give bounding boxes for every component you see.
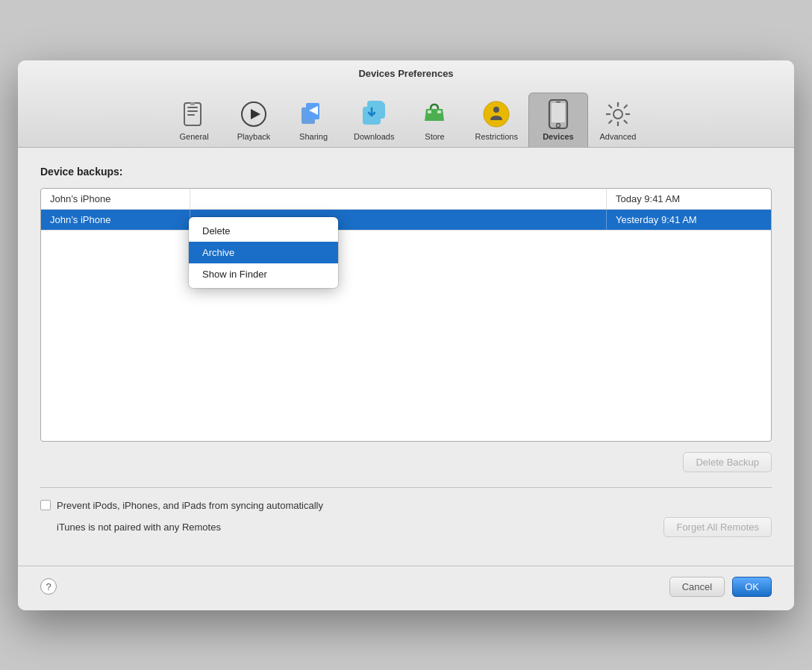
delete-backup-button[interactable]: Delete Backup — [683, 452, 772, 472]
svg-point-13 — [493, 107, 499, 113]
tab-general[interactable]: General — [164, 93, 224, 147]
table-row[interactable]: John’s iPhone Today 9:41 AM — [41, 189, 771, 210]
svg-rect-2 — [187, 110, 198, 112]
device-name-cell: John’s iPhone — [41, 189, 190, 209]
svg-rect-1 — [187, 107, 198, 108]
tab-playback[interactable]: Playback — [224, 93, 284, 147]
svg-point-12 — [484, 101, 509, 127]
tab-downloads-label: Downloads — [354, 132, 394, 141]
prevent-sync-row: Prevent iPods, iPhones, and iPads from s… — [40, 500, 772, 511]
backup-table: John’s iPhone Today 9:41 AM John’s iPhon… — [40, 188, 772, 442]
remotes-label: iTunes is not paired with any Remotes — [40, 522, 221, 533]
svg-marker-6 — [251, 109, 260, 119]
context-menu: Delete Archive Show in Finder — [189, 217, 338, 288]
svg-rect-17 — [556, 101, 560, 103]
cancel-button[interactable]: Cancel — [669, 577, 725, 597]
svg-rect-10 — [428, 110, 431, 113]
svg-line-25 — [624, 104, 628, 108]
date-cell: Yesterday 9:41 AM — [607, 210, 771, 230]
svg-rect-11 — [437, 110, 441, 113]
tab-sharing[interactable]: Sharing — [284, 93, 343, 147]
tab-advanced[interactable]: Advanced — [588, 93, 648, 147]
info-cell — [190, 189, 607, 209]
svg-line-23 — [608, 104, 612, 108]
sharing-icon — [299, 99, 328, 129]
section-title: Device backups: — [40, 166, 772, 178]
tab-restrictions-label: Restrictions — [475, 132, 517, 141]
tab-general-label: General — [179, 132, 208, 141]
date-cell: Today 9:41 AM — [607, 189, 771, 209]
window-title: Devices Preferences — [18, 68, 794, 79]
tab-restrictions[interactable]: Restrictions — [464, 93, 528, 147]
advanced-icon — [603, 99, 633, 129]
svg-rect-15 — [552, 103, 565, 122]
svg-point-16 — [556, 123, 560, 127]
title-bar: Devices Preferences General — [18, 60, 794, 148]
restrictions-icon — [481, 99, 511, 129]
context-menu-show-in-finder[interactable]: Show in Finder — [189, 263, 338, 285]
bottom-bar: ? Cancel OK — [18, 566, 794, 610]
general-icon — [179, 99, 209, 129]
main-content: Device backups: John’s iPhone Today 9:41… — [18, 148, 794, 566]
tab-store[interactable]: Store — [405, 93, 464, 147]
delete-backup-row: Delete Backup — [40, 452, 772, 472]
prevent-sync-label: Prevent iPods, iPhones, and iPads from s… — [57, 500, 323, 511]
store-icon — [419, 99, 449, 129]
context-menu-archive[interactable]: Archive — [189, 242, 338, 263]
preferences-window: Devices Preferences General — [18, 60, 794, 610]
remotes-row: iTunes is not paired with any Remotes Fo… — [40, 517, 772, 537]
tab-advanced-label: Advanced — [599, 132, 636, 141]
tab-devices-label: Devices — [543, 132, 574, 141]
svg-line-26 — [608, 120, 612, 124]
forget-remotes-button[interactable]: Forget All Remotes — [663, 517, 772, 537]
context-menu-delete[interactable]: Delete — [189, 220, 338, 242]
downloads-icon — [359, 99, 389, 129]
toolbar: General Playback — [18, 87, 794, 147]
device-name-cell: John’s iPhone — [41, 210, 190, 230]
table-row[interactable]: John’s iPhone Yesterday 9:41 AM — [41, 210, 771, 231]
prevent-sync-checkbox[interactable] — [40, 500, 51, 510]
ok-button[interactable]: OK — [732, 577, 772, 597]
tab-store-label: Store — [425, 132, 444, 141]
tab-playback-label: Playback — [237, 132, 271, 141]
tab-devices[interactable]: Devices — [528, 93, 588, 147]
playback-icon — [239, 99, 269, 129]
help-button[interactable]: ? — [40, 578, 57, 595]
divider — [40, 487, 772, 488]
svg-rect-3 — [187, 114, 195, 116]
svg-rect-4 — [190, 102, 195, 105]
tab-sharing-label: Sharing — [299, 132, 328, 141]
svg-point-18 — [613, 110, 622, 119]
tab-downloads[interactable]: Downloads — [343, 93, 405, 147]
bottom-buttons: Cancel OK — [669, 577, 772, 597]
svg-line-24 — [624, 120, 628, 124]
devices-icon — [543, 99, 573, 129]
